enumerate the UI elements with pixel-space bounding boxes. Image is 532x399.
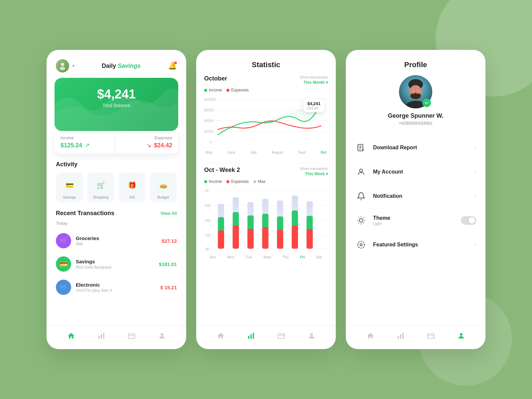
bar-income-label: Income [209,179,222,184]
p2-line-chart: $10000 $6000 $4000 $2000 0 [204,96,328,149]
savings-trans-name: Savings [76,259,154,264]
svg-rect-78 [400,334,401,339]
p1-avatar-wrap[interactable]: ▾ [56,59,74,72]
bar-x-fri: Fri. [300,255,306,259]
svg-rect-45 [292,225,298,249]
activity-savings[interactable]: 💳 Savings [56,173,83,202]
chevron-down-icon[interactable]: ▾ [72,64,74,68]
p3-bottom-nav [346,326,485,349]
p1-nav-chart[interactable] [97,332,105,340]
shopping-icon: 🛒 [93,178,108,193]
download-report-icon [355,142,367,154]
svg-rect-36 [247,229,254,249]
download-report-label: Download Report [373,145,468,151]
p1-title: Daily Savings [102,63,141,69]
svg-point-6 [161,333,163,336]
bar-x-thu: Thu. [282,255,290,259]
menu-item-download-report[interactable]: Download Report › [354,136,477,160]
recent-transactions-header: Recent Transactions View All [47,210,186,219]
p3-nav-chart[interactable] [397,332,405,340]
notification-bell-icon[interactable]: 🔔 [168,62,177,70]
income-stat: Income $125.24 ↗ [55,131,116,154]
this-week-dropdown[interactable]: This Week ▾ [305,172,328,176]
svg-text:600: 600 [205,204,211,207]
balance-card: $4,241 Total Balance [55,78,178,131]
expenses-value: $24.42 [154,142,172,149]
featured-settings-text: Featured Settings [373,242,468,248]
transaction-electronic[interactable]: 🛒 Electronic VYATTA Ultra Slim X $ 15.21 [47,276,186,299]
svg-text:400: 400 [205,219,211,222]
recent-transactions-title: Recent Transactions [56,210,114,217]
this-month-dropdown[interactable]: This Month ▾ [304,80,328,85]
electronic-icon: 🛒 [56,280,71,295]
bar-expanses-label: Expanses [231,179,249,184]
p3-nav-user[interactable] [457,332,465,340]
p1-nav-user[interactable] [158,332,166,340]
activity-list: 💳 Savings 🛒 Shopping 🎁 Gift 🥧 Budget [47,173,186,210]
p1-stats: Income $125.24 ↗ Expenses ↘ $24.42 [55,131,178,154]
user-phone: +6285565433562 [399,121,433,126]
p3-title: Profile [346,50,485,75]
x-label-may: May [205,150,212,154]
theme-icon [355,214,367,226]
tooltip-amount: $4,241 [307,101,321,106]
p2-x-labels2: Sun. Mon. Tue. Wed. Thu. Fri. Sat. [204,255,328,259]
p2-chart-title-row: October Show transaction This Month ▾ [204,75,328,85]
my-account-chevron: › [474,169,476,175]
p2-nav-wallet[interactable] [277,332,285,340]
menu-item-notification[interactable]: Notification › [354,184,477,208]
electronic-info: Electronic VYATTA Ultra Slim X [76,282,156,293]
p3-nav-home[interactable] [366,332,374,340]
menu-item-featured-settings[interactable]: Featured Settings › [354,233,477,257]
svg-rect-52 [278,334,285,338]
activity-gift[interactable]: 🎁 Gift [118,173,146,202]
p2-bar-show-transaction[interactable]: Show transaction This Week ▾ [300,167,328,177]
svg-rect-79 [402,333,404,339]
electronic-name: Electronic [76,282,156,288]
svg-rect-48 [307,229,313,249]
p2-legend: Income Expanses [204,88,328,92]
income-value: $125.24 [61,142,82,149]
svg-rect-39 [262,227,269,249]
notification-chevron: › [474,193,476,199]
bar-max-label: Max [258,179,266,184]
bar-x-wed: Wed. [263,255,272,259]
expenses-label: Expenses [122,136,172,140]
svg-line-70 [363,223,364,223]
svg-text:$10000: $10000 [204,97,216,101]
legend-income-label: Income [209,88,222,92]
svg-rect-3 [101,334,102,339]
activity-budget[interactable]: 🥧 Budget [150,173,177,202]
edit-avatar-button[interactable]: ✏ [422,98,431,107]
phone-daily-savings: ▾ Daily Savings 🔔 $4,241 Total Balance I… [47,50,186,349]
p2-nav-user[interactable] [308,332,316,340]
avatar [56,59,69,72]
p2-chart-title: October [204,75,227,82]
menu-item-my-account[interactable]: My Account › [354,160,477,184]
p2-nav-chart[interactable] [247,332,255,340]
groceries-amount: $27.12 [162,238,177,244]
view-all-button[interactable]: View All [161,211,177,216]
notification-icon [355,190,367,202]
p1-nav-home[interactable] [67,332,75,340]
income-trend-icon: ↗ [85,142,90,149]
svg-point-53 [310,333,313,336]
p2-bottom-nav [196,326,336,349]
transaction-groceries[interactable]: 🛒 Groceries Milk $27.12 [47,229,186,252]
activity-shopping[interactable]: 🛒 Shopping [87,173,114,202]
tooltip-date: Oct 25 [307,106,321,110]
transaction-savings[interactable]: 💳 Savings Red Solid Backpack $181.01 [47,252,186,276]
p3-nav-wallet[interactable] [427,332,435,340]
svg-line-73 [358,223,359,223]
gift-label: Gift [129,195,135,199]
expenses-stat: Expenses ↘ $24.42 [116,131,178,154]
p2-show-transaction[interactable]: Show transaction This Month ▾ [300,75,328,85]
p1-nav-wallet[interactable] [128,332,136,340]
p2-line-chart-section: October Show transaction This Month ▾ In… [196,75,336,160]
p2-nav-home[interactable] [217,332,225,340]
menu-item-theme[interactable]: Theme Light [354,208,477,233]
svg-line-69 [358,218,359,218]
theme-toggle[interactable] [461,216,476,225]
electronic-amount: $ 15.21 [160,285,177,290]
p2-chart-tooltip: $4,241 Oct 25 [303,99,325,112]
